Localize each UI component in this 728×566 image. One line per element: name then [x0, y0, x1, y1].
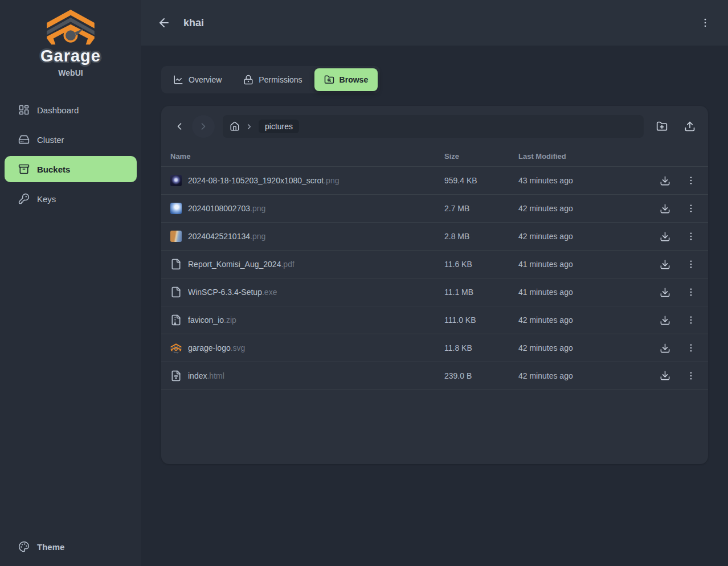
sidebar-item-keys[interactable]: Keys [5, 186, 137, 212]
row-menu-button[interactable] [685, 203, 697, 214]
sidebar-item-dashboard[interactable]: Dashboard [5, 97, 137, 123]
download-button[interactable] [659, 259, 670, 270]
nav-forward-button[interactable] [192, 115, 215, 138]
home-icon[interactable] [230, 121, 240, 132]
bucket-tabs: Overview Permissions Browse [161, 66, 380, 93]
table-header: Name Size Last Modified [161, 146, 708, 166]
kebab-menu-icon [686, 315, 696, 325]
sidebar-footer: Theme [0, 535, 141, 566]
download-button[interactable] [659, 370, 670, 382]
palette-icon [18, 541, 30, 552]
download-button[interactable] [659, 203, 670, 214]
file-size: 11.1 MB [444, 288, 518, 297]
table-row: Garage garage-logo.svg 11.8 KB 42 minute… [161, 334, 708, 362]
kebab-menu-icon [686, 371, 696, 381]
breadcrumb[interactable]: pictures [223, 115, 644, 138]
file-size: 111.0 KB [444, 315, 518, 325]
table-row: index.html 239.0 B 42 minutes ago [161, 362, 708, 389]
garage-logo-thumbnail: Garage [170, 342, 182, 354]
row-menu-button[interactable] [685, 231, 697, 242]
theme-toggle[interactable]: Theme [5, 535, 137, 558]
image-thumbnail [170, 231, 182, 242]
table-row: 20240425210134.png 2.8 MB 42 minutes ago [161, 222, 708, 250]
file-link[interactable]: 20240425210134.png [161, 231, 444, 242]
file-icon [170, 259, 182, 270]
download-button[interactable] [659, 286, 670, 298]
kebab-menu-icon [686, 343, 696, 353]
file-link[interactable]: Garage garage-logo.svg [161, 342, 444, 354]
table-row: Report_Komisi_Aug_2024.pdf 11.6 KB 41 mi… [161, 250, 708, 278]
row-menu-button[interactable] [685, 286, 697, 298]
chevron-right-icon [198, 121, 209, 132]
download-icon [660, 315, 670, 326]
kebab-menu-icon [686, 259, 696, 269]
download-button[interactable] [659, 342, 670, 354]
table-row: 20240108002703.png 2.7 MB 42 minutes ago [161, 194, 708, 222]
file-size: 11.8 KB [444, 343, 518, 352]
column-header-size: Size [444, 152, 518, 161]
download-icon [660, 259, 670, 270]
file-link[interactable]: Report_Komisi_Aug_2024.pdf [161, 259, 444, 270]
file-size: 239.0 B [444, 371, 518, 380]
file-modified: 42 minutes ago [518, 315, 655, 325]
image-thumbnail [170, 175, 182, 186]
nav-back-button[interactable] [170, 117, 189, 136]
content-area: Overview Permissions Browse [141, 46, 728, 566]
app-subtitle: WebUI [0, 68, 141, 77]
download-icon [660, 370, 670, 381]
sidebar-item-label: Cluster [37, 135, 64, 145]
download-icon [660, 231, 670, 242]
download-button[interactable] [659, 175, 670, 186]
kebab-menu-icon [686, 287, 696, 297]
table-row: WinSCP-6.3.4-Setup.exe 11.1 MB 41 minute… [161, 278, 708, 306]
app-title: Garage Garage [40, 47, 101, 65]
file-link[interactable]: 20240108002703.png [161, 203, 444, 214]
kebab-menu-icon [700, 17, 711, 28]
tab-label: Overview [189, 75, 222, 84]
main-area: khai Overview Permissions Browse [141, 0, 728, 566]
new-folder-button[interactable] [653, 117, 671, 136]
garage-logo-icon [45, 9, 96, 46]
page-header: khai [141, 0, 728, 46]
file-link[interactable]: index.html [161, 370, 444, 382]
file-size: 2.7 MB [444, 204, 518, 213]
file-link[interactable]: 2024-08-18-105203_1920x1080_scrot.png [161, 175, 444, 186]
back-button[interactable] [155, 14, 173, 32]
tab-permissions[interactable]: Permissions [234, 68, 312, 91]
sidebar: Garage Garage WebUI Dashboard Cluster Bu… [0, 0, 141, 566]
file-size: 11.6 KB [444, 260, 518, 269]
download-button[interactable] [659, 231, 670, 242]
file-link[interactable]: WinSCP-6.3.4-Setup.exe [161, 286, 444, 298]
download-icon [660, 203, 670, 214]
file-archive-icon [170, 314, 182, 326]
file-modified: 42 minutes ago [518, 343, 655, 352]
tab-browse[interactable]: Browse [314, 68, 378, 91]
logo-block: Garage Garage WebUI [0, 0, 141, 77]
svg-text:Garage: Garage [174, 351, 179, 354]
upload-button[interactable] [681, 117, 699, 136]
row-menu-button[interactable] [685, 342, 697, 354]
file-link[interactable]: favicon_io.zip [161, 314, 444, 326]
header-menu-button[interactable] [696, 14, 714, 32]
dashboard-icon [18, 104, 30, 116]
file-table: Name Size Last Modified 2024-08-18-10520… [161, 146, 708, 389]
file-modified: 42 minutes ago [518, 371, 655, 380]
row-menu-button[interactable] [685, 175, 697, 186]
buckets-icon [18, 163, 30, 175]
sidebar-item-buckets[interactable]: Buckets [5, 156, 137, 182]
tab-label: Browse [340, 75, 369, 84]
table-row: 2024-08-18-105203_1920x1080_scrot.png 95… [161, 166, 708, 194]
image-thumbnail [170, 203, 182, 214]
breadcrumb-segment-pictures[interactable]: pictures [259, 120, 299, 133]
download-button[interactable] [659, 314, 670, 326]
tab-overview[interactable]: Overview [163, 68, 231, 91]
folder-search-icon [324, 75, 334, 85]
download-icon [660, 175, 670, 186]
theme-label: Theme [37, 542, 64, 552]
row-menu-button[interactable] [685, 370, 697, 382]
folder-plus-icon [656, 121, 668, 132]
row-menu-button[interactable] [685, 259, 697, 270]
sidebar-item-cluster[interactable]: Cluster [5, 126, 137, 153]
file-modified: 42 minutes ago [518, 204, 655, 213]
row-menu-button[interactable] [685, 314, 697, 326]
